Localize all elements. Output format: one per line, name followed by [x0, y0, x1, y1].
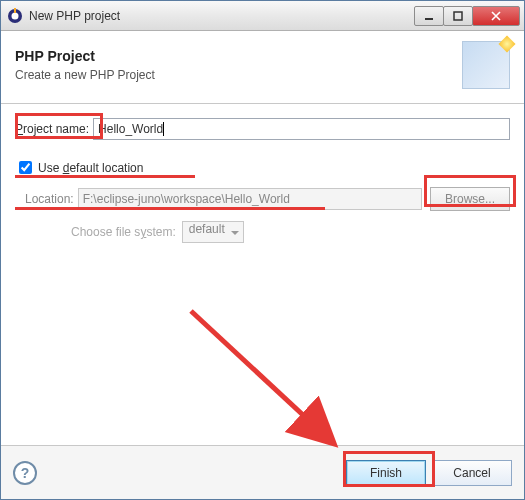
app-icon — [7, 8, 23, 24]
project-name-row: Project name: Hello_World — [15, 118, 510, 140]
close-button[interactable] — [472, 6, 520, 26]
filesystem-select: default — [182, 221, 244, 243]
content-area: Project name: Hello_World Use default lo… — [1, 104, 524, 464]
svg-rect-3 — [425, 18, 433, 20]
minimize-button[interactable] — [414, 6, 444, 26]
dialog-window: New PHP project PHP Project Create a new… — [0, 0, 525, 500]
location-row: Location: Browse... — [25, 187, 510, 211]
window-title: New PHP project — [29, 9, 415, 23]
project-name-label: Project name: — [15, 122, 89, 136]
banner-description: Create a new PHP Project — [15, 68, 462, 82]
filesystem-label: Choose file system: — [71, 225, 176, 239]
project-name-value: Hello_World — [98, 122, 163, 136]
project-name-input[interactable]: Hello_World — [93, 118, 510, 140]
location-input — [78, 188, 422, 210]
maximize-button[interactable] — [443, 6, 473, 26]
svg-rect-4 — [454, 12, 462, 20]
svg-point-1 — [12, 12, 19, 19]
svg-rect-2 — [14, 8, 16, 13]
button-bar: ? Finish Cancel — [1, 445, 524, 499]
help-icon[interactable]: ? — [13, 461, 37, 485]
banner-title: PHP Project — [15, 48, 462, 64]
browse-button[interactable]: Browse... — [430, 187, 510, 211]
titlebar: New PHP project — [1, 1, 524, 31]
filesystem-row: Choose file system: default — [71, 221, 510, 243]
window-controls — [415, 6, 520, 26]
use-default-checkbox[interactable] — [19, 161, 32, 174]
location-label: Location: — [25, 192, 74, 206]
cancel-button[interactable]: Cancel — [432, 460, 512, 486]
banner: PHP Project Create a new PHP Project — [1, 31, 524, 104]
use-default-label: Use default location — [38, 161, 143, 175]
finish-button[interactable]: Finish — [346, 460, 426, 486]
php-project-icon — [462, 41, 510, 89]
use-default-row: Use default location — [15, 158, 510, 177]
